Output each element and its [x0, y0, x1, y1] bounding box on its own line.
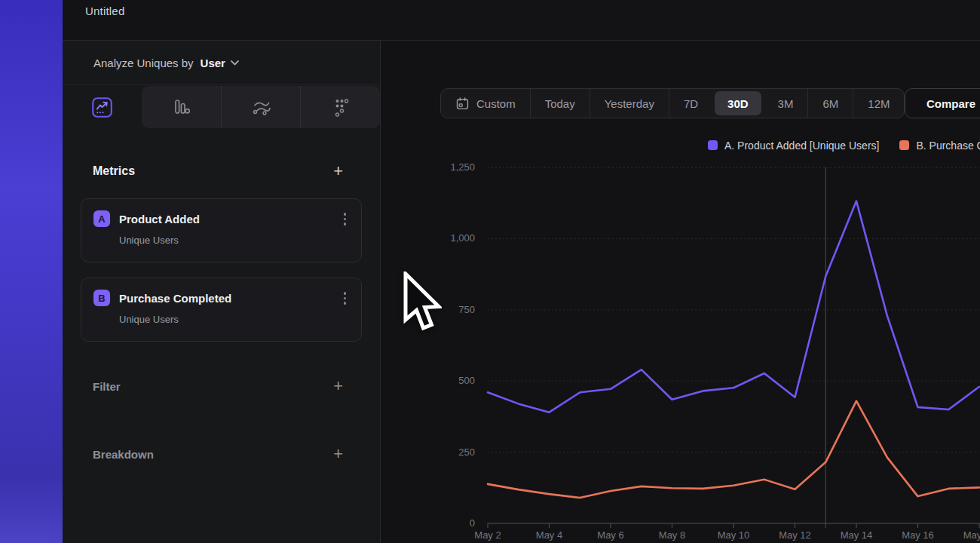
add-filter-button[interactable]: +	[333, 379, 343, 394]
metric-options-kebab-icon[interactable]	[341, 290, 350, 307]
chevron-down-icon	[231, 60, 239, 66]
metric-card-a[interactable]: A Product Added Unique Users	[81, 198, 362, 262]
report-title[interactable]: Untitled	[85, 5, 124, 17]
left-gradient-strip	[0, 0, 63, 543]
tab-dot-grid[interactable]	[300, 86, 380, 128]
bar-chart-icon	[171, 97, 191, 117]
metric-card-b[interactable]: B Purchase Completed Unique Users	[81, 278, 362, 342]
analyze-by-dropdown[interactable]: User	[201, 57, 239, 69]
filter-section: Filter +	[63, 375, 380, 397]
metric-name: Product Added	[119, 213, 332, 225]
breakdown-label: Breakdown	[93, 448, 154, 461]
metric-subtitle[interactable]: Unique Users	[119, 314, 349, 325]
flow-chart-icon	[251, 97, 271, 118]
chart-panel: Custom Today Yesterday 7D 30D 3M 6M 12M …	[381, 41, 980, 543]
add-breakdown-button[interactable]: +	[333, 446, 343, 462]
chart-type-tab-strip	[142, 86, 380, 128]
mouse-cursor	[403, 272, 442, 333]
line-chart-icon	[92, 97, 112, 118]
tab-flow-chart[interactable]	[221, 86, 301, 128]
analyze-label: Analyze Uniques by	[93, 57, 194, 69]
tab-bar-chart[interactable]	[142, 86, 221, 128]
top-bar: Untitled	[63, 0, 980, 41]
metrics-header: Metrics +	[63, 160, 380, 183]
tab-line-chart[interactable]	[63, 86, 142, 128]
metric-name: Purchase Completed	[119, 292, 332, 305]
chart-type-tabs	[63, 86, 381, 128]
dot-grid-icon	[331, 97, 351, 118]
query-sidebar: Analyze Uniques by User	[63, 41, 381, 543]
analyze-row: Analyze Uniques by User	[63, 41, 380, 85]
metric-subtitle[interactable]: Unique Users	[119, 235, 349, 246]
line-chart[interactable]	[381, 41, 980, 543]
filter-label: Filter	[93, 380, 121, 393]
analytics-app: Untitled Analyze Uniques by User	[0, 0, 980, 543]
analyze-by-value: User	[201, 57, 225, 69]
metric-badge-a: A	[93, 210, 110, 227]
metric-badge-b: B	[93, 290, 110, 306]
metrics-title: Metrics	[93, 164, 135, 178]
breakdown-section: Breakdown +	[63, 443, 380, 465]
metric-options-kebab-icon[interactable]	[341, 210, 350, 228]
add-metric-button[interactable]: +	[333, 164, 343, 179]
